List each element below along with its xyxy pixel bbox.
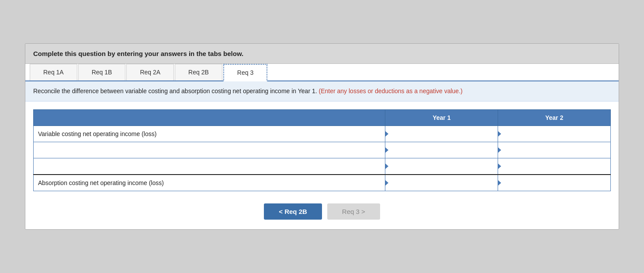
row4-year1-cell[interactable] bbox=[385, 175, 498, 191]
arrow-icon bbox=[498, 180, 501, 186]
row1-year2-cell[interactable] bbox=[498, 126, 611, 142]
row4-year1-input[interactable] bbox=[385, 175, 498, 191]
data-table: Year 1 Year 2 Variable costing net opera… bbox=[33, 109, 611, 191]
buttons-row: < Req 2B Req 3 > bbox=[25, 196, 619, 229]
row2-year2-input[interactable] bbox=[498, 142, 610, 158]
row3-year2-input[interactable] bbox=[498, 158, 610, 174]
arrow-icon bbox=[385, 180, 388, 186]
arrow-icon bbox=[498, 163, 501, 169]
tab-req2b[interactable]: Req 2B bbox=[175, 64, 222, 80]
row4-year2-input[interactable] bbox=[498, 175, 610, 191]
row4-label: Absorption costing net operating income … bbox=[34, 175, 385, 191]
row2-year1-input[interactable] bbox=[385, 142, 498, 158]
arrow-icon bbox=[385, 147, 388, 153]
next-button: Req 3 > bbox=[327, 203, 380, 220]
arrow-icon bbox=[498, 147, 501, 153]
tab-req1a[interactable]: Req 1A bbox=[30, 64, 77, 80]
table-row: Absorption costing net operating income … bbox=[34, 175, 611, 191]
arrow-icon bbox=[385, 131, 388, 137]
row3-year2-cell[interactable] bbox=[498, 158, 611, 175]
row1-year1-cell[interactable] bbox=[385, 126, 498, 142]
row2-year1-cell[interactable] bbox=[385, 142, 498, 158]
instruction-bar: Reconcile the difference between variabl… bbox=[25, 81, 619, 102]
row4-year2-cell[interactable] bbox=[498, 175, 611, 191]
instruction-main: Reconcile the difference between variabl… bbox=[33, 88, 317, 94]
col-header-year2: Year 2 bbox=[498, 110, 611, 126]
col-header-year1: Year 1 bbox=[385, 110, 498, 126]
prev-button[interactable]: < Req 2B bbox=[264, 203, 322, 220]
row3-label-input[interactable] bbox=[34, 158, 385, 174]
row1-year1-input[interactable] bbox=[385, 126, 498, 142]
tab-req2a[interactable]: Req 2A bbox=[126, 64, 174, 80]
header-bar: Complete this question by entering your … bbox=[25, 44, 619, 64]
tab-req1b[interactable]: Req 1B bbox=[78, 64, 126, 80]
table-section: Year 1 Year 2 Variable costing net opera… bbox=[25, 102, 619, 196]
tab-req3[interactable]: Req 3 bbox=[223, 64, 267, 81]
row3-label-cell[interactable] bbox=[34, 158, 385, 175]
col-header-label bbox=[34, 110, 385, 126]
row1-label: Variable costing net operating income (l… bbox=[34, 126, 385, 142]
instruction-red: (Enter any losses or deductions as a neg… bbox=[319, 88, 463, 94]
table-row bbox=[34, 158, 611, 175]
arrow-icon bbox=[385, 163, 388, 169]
main-container: Complete this question by entering your … bbox=[25, 43, 619, 230]
row3-year1-cell[interactable] bbox=[385, 158, 498, 175]
row3-year1-input[interactable] bbox=[385, 158, 498, 174]
table-row bbox=[34, 142, 611, 158]
arrow-icon bbox=[498, 131, 501, 137]
tabs-row: Req 1A Req 1B Req 2A Req 2B Req 3 bbox=[25, 64, 619, 81]
row2-year2-cell[interactable] bbox=[498, 142, 611, 158]
row1-year2-input[interactable] bbox=[498, 126, 610, 142]
header-instruction: Complete this question by entering your … bbox=[33, 50, 243, 57]
row2-label-cell[interactable] bbox=[34, 142, 385, 158]
row2-label-input[interactable] bbox=[34, 142, 385, 158]
table-row: Variable costing net operating income (l… bbox=[34, 126, 611, 142]
